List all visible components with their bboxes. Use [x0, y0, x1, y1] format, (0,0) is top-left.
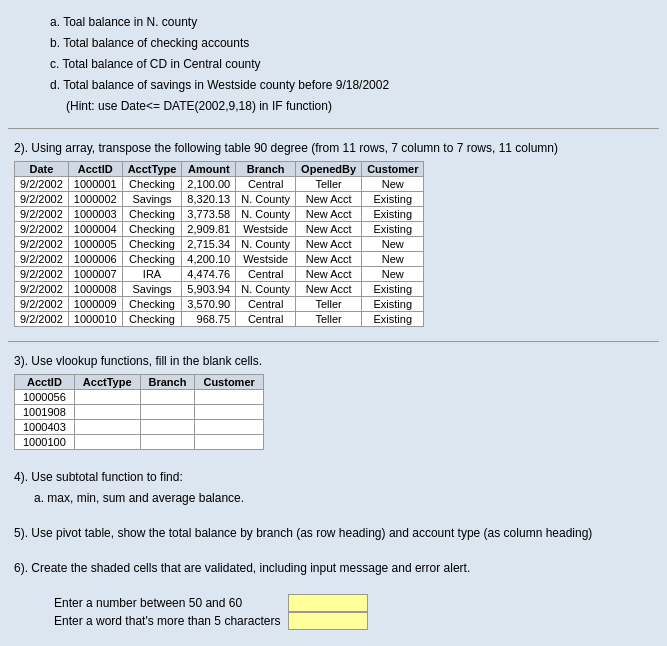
vlookup-row-0-col-2 — [140, 390, 195, 405]
vcol-branch: Branch — [140, 375, 195, 390]
s1-hint: (Hint: use Date<= DATE(2002,9,18) in IF … — [66, 97, 653, 115]
table-row-0-col-5: Teller — [296, 177, 362, 192]
table-row-3-col-1: 1000004 — [68, 222, 122, 237]
col-amount: Amount — [182, 162, 236, 177]
table-row-7-col-6: Existing — [362, 282, 424, 297]
s1-item-d: d. Total balance of savings in Westside … — [50, 76, 653, 94]
col-openedby: OpenedBy — [296, 162, 362, 177]
table-row-3-col-0: 9/2/2002 — [15, 222, 69, 237]
vcol-customer: Customer — [195, 375, 263, 390]
vlookup-row-1-col-2 — [140, 405, 195, 420]
vlookup-row-1-col-3 — [195, 405, 263, 420]
table-row-4-col-6: New — [362, 237, 424, 252]
table-row-3-col-2: Checking — [122, 222, 182, 237]
col-accttype: AcctType — [122, 162, 182, 177]
table-row-9-col-2: Checking — [122, 312, 182, 327]
vlookup-row-3-col-3 — [195, 435, 263, 450]
s6-input-word — [288, 612, 368, 630]
s4-heading: 4). Use subtotal function to find: — [14, 468, 653, 486]
table-row-3-col-3: 2,909.81 — [182, 222, 236, 237]
table-row-6-col-4: Central — [236, 267, 296, 282]
table-row-6-col-3: 4,474.76 — [182, 267, 236, 282]
s3-heading: 3). Use vlookup functions, fill in the b… — [14, 352, 653, 370]
table-row-9-col-0: 9/2/2002 — [15, 312, 69, 327]
table-row-4-col-1: 1000005 — [68, 237, 122, 252]
vcol-acctid: AcctID — [15, 375, 75, 390]
table-row-4-col-2: Checking — [122, 237, 182, 252]
table-row-2-col-3: 3,773.58 — [182, 207, 236, 222]
divider-2 — [8, 341, 659, 342]
table-row-2-col-0: 9/2/2002 — [15, 207, 69, 222]
section-3: 3). Use vlookup functions, fill in the b… — [8, 348, 659, 458]
table-row-7-col-4: N. County — [236, 282, 296, 297]
table-row-5-col-1: 1000006 — [68, 252, 122, 267]
table-row-7-col-2: Savings — [122, 282, 182, 297]
table-row-1-col-3: 8,320.13 — [182, 192, 236, 207]
table-row-2-col-1: 1000003 — [68, 207, 122, 222]
table-row-0-col-3: 2,100.00 — [182, 177, 236, 192]
s1-item-a: a. Toal balance in N. county — [50, 13, 653, 31]
table-row-8-col-4: Central — [236, 297, 296, 312]
table-row-0-col-0: 9/2/2002 — [15, 177, 69, 192]
s1-item-c: c. Total balance of CD in Central county — [50, 55, 653, 73]
table-row-6-col-5: New Acct — [296, 267, 362, 282]
s4-item-a: a. max, min, sum and average balance. — [34, 489, 653, 507]
vlookup-row-0-col-0: 1000056 — [15, 390, 75, 405]
col-acctid: AcctID — [68, 162, 122, 177]
table-row-7-col-5: New Acct — [296, 282, 362, 297]
table-row-3-col-4: Westside — [236, 222, 296, 237]
section-7: 7). Create a dropdown box (combo box) fr… — [8, 640, 659, 646]
vlookup-row-2-col-0: 1000403 — [15, 420, 75, 435]
table-row-8-col-5: Teller — [296, 297, 362, 312]
vlookup-row-0-col-1 — [74, 390, 140, 405]
table-row-9-col-1: 1000010 — [68, 312, 122, 327]
table-row-3-col-6: Existing — [362, 222, 424, 237]
table-row-2-col-2: Checking — [122, 207, 182, 222]
table-row-5-col-3: 4,200.10 — [182, 252, 236, 267]
table-row-4-col-3: 2,715.34 — [182, 237, 236, 252]
table-row-6-col-1: 1000007 — [68, 267, 122, 282]
vlookup-row-3-col-1 — [74, 435, 140, 450]
table-row-1-col-4: N. County — [236, 192, 296, 207]
table-row-4-col-0: 9/2/2002 — [15, 237, 69, 252]
section-6: 6). Create the shaded cells that are val… — [8, 555, 659, 634]
table-row-3-col-5: New Acct — [296, 222, 362, 237]
table-row-0-col-2: Checking — [122, 177, 182, 192]
table-row-0-col-1: 1000001 — [68, 177, 122, 192]
table-row-6-col-6: New — [362, 267, 424, 282]
section-4: 4). Use subtotal function to find: a. ma… — [8, 464, 659, 514]
table-row-5-col-4: Westside — [236, 252, 296, 267]
s2-heading: 2). Using array, transpose the following… — [14, 139, 653, 157]
col-branch: Branch — [236, 162, 296, 177]
vlookup-row-2-col-1 — [74, 420, 140, 435]
vlookup-row-1-col-1 — [74, 405, 140, 420]
table-row-1-col-5: New Acct — [296, 192, 362, 207]
vlookup-row-2-col-2 — [140, 420, 195, 435]
vlookup-row-1-col-0: 1001908 — [15, 405, 75, 420]
table-row-4-col-5: New Acct — [296, 237, 362, 252]
table-row-9-col-6: Existing — [362, 312, 424, 327]
table-row-9-col-3: 968.75 — [182, 312, 236, 327]
table-row-8-col-3: 3,570.90 — [182, 297, 236, 312]
table-row-0-col-6: New — [362, 177, 424, 192]
col-date: Date — [15, 162, 69, 177]
section-2: 2). Using array, transpose the following… — [8, 135, 659, 335]
col-customer: Customer — [362, 162, 424, 177]
table-row-2-col-4: N. County — [236, 207, 296, 222]
s6-table: Enter a number between 50 and 60 Enter a… — [54, 594, 368, 630]
data-table: Date AcctID AcctType Amount Branch Opene… — [14, 161, 424, 327]
s6-line1-label: Enter a number between 50 and 60 — [54, 594, 288, 612]
table-row-5-col-6: New — [362, 252, 424, 267]
table-row-1-col-1: 1000002 — [68, 192, 122, 207]
section-5: 5). Use pivot table, show the total bala… — [8, 520, 659, 549]
table-row-9-col-5: Teller — [296, 312, 362, 327]
table-row-6-col-2: IRA — [122, 267, 182, 282]
vlookup-row-3-col-0: 1000100 — [15, 435, 75, 450]
main-container: a. Toal balance in N. county b. Total ba… — [0, 0, 667, 646]
table-row-8-col-6: Existing — [362, 297, 424, 312]
table-row-9-col-4: Central — [236, 312, 296, 327]
table-row-4-col-4: N. County — [236, 237, 296, 252]
table-row-1-col-2: Savings — [122, 192, 182, 207]
table-row-1-col-0: 9/2/2002 — [15, 192, 69, 207]
s6-heading: 6). Create the shaded cells that are val… — [14, 559, 653, 577]
